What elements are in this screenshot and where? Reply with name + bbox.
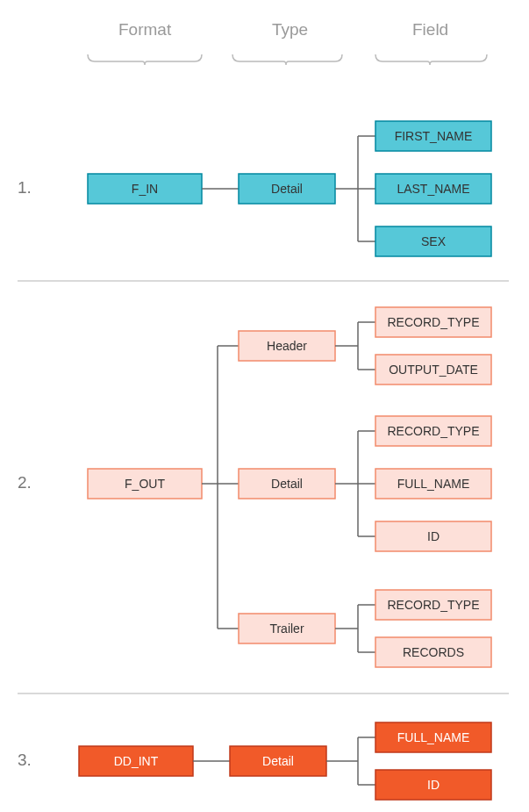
bracket-format [88, 54, 202, 65]
row3-field1-label: FULL_NAME [397, 730, 469, 744]
row1-format-label: F_IN [132, 182, 158, 196]
row1-field1-label: FIRST_NAME [395, 129, 473, 143]
row1-field2-label: LAST_NAME [397, 182, 469, 196]
diagram: Format Type Field 1. F_IN Detail FIRST_N… [18, 18, 511, 812]
bracket-field [375, 54, 487, 65]
row2-field-h2-label: OUTPUT_DATE [389, 363, 478, 377]
row1-number: 1. [18, 178, 32, 197]
row3-number: 3. [18, 751, 32, 769]
row2-field-d3-label: ID [427, 529, 440, 543]
row2-type-detail-label: Detail [271, 477, 303, 491]
row2-field-h1-label: RECORD_TYPE [387, 315, 479, 329]
row2-type-trailer-label: Trailer [269, 622, 304, 636]
row2-field-d1-label: RECORD_TYPE [387, 424, 479, 438]
row3-format-label: DD_INT [114, 754, 159, 768]
row2-field-t2-label: RECORDS [403, 645, 464, 659]
row3-field2-label: ID [427, 778, 440, 792]
bracket-type [232, 54, 342, 65]
header-format: Format [118, 20, 172, 39]
header-type: Type [272, 20, 308, 39]
row1-field3-label: SEX [421, 234, 447, 248]
row2-type-header-label: Header [267, 339, 307, 353]
row1-type-label: Detail [271, 182, 303, 196]
row2-number: 2. [18, 473, 32, 492]
row3-type-label: Detail [262, 754, 294, 768]
row2-field-t1-label: RECORD_TYPE [387, 598, 479, 612]
header-field: Field [412, 20, 448, 39]
row2-format-label: F_OUT [125, 477, 165, 491]
row2-field-d2-label: FULL_NAME [397, 477, 469, 491]
